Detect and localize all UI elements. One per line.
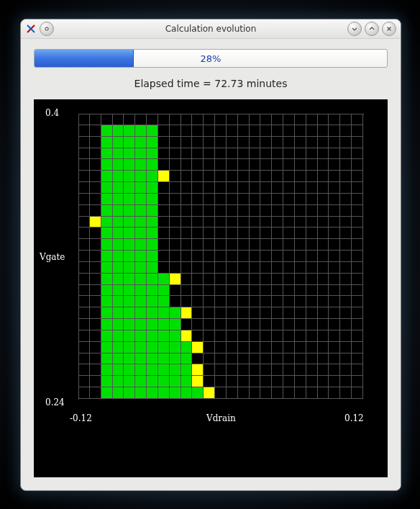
heatmap-cell	[135, 296, 147, 307]
heatmap-cell	[101, 251, 113, 262]
heatmap-cell	[113, 217, 124, 228]
heatmap-cell	[113, 251, 124, 262]
heatmap-cell	[238, 114, 250, 125]
heatmap-cell	[101, 274, 113, 285]
maximize-button[interactable]	[365, 22, 379, 36]
heatmap-cell	[124, 182, 135, 194]
menu-button[interactable]	[40, 22, 54, 36]
heatmap-cell	[192, 159, 204, 171]
heatmap-cell	[227, 262, 238, 274]
heatmap-cell	[340, 148, 352, 160]
heatmap-cell	[227, 285, 238, 297]
x-axis-label: Vdrain	[206, 413, 236, 423]
heatmap-cell	[215, 319, 227, 330]
x-tick-left: -0.12	[70, 413, 92, 423]
heatmap-cell	[170, 205, 181, 217]
heatmap-cell	[158, 159, 170, 171]
heatmap-cell	[329, 274, 340, 285]
heatmap-cell	[135, 262, 147, 274]
heatmap-cell	[227, 217, 238, 228]
heatmap-cell	[272, 296, 283, 307]
heatmap-cell	[192, 262, 204, 274]
heatmap-cell	[192, 376, 204, 387]
client-area: 28% Elapsed time = 72.73 minutes 0.4 0.2…	[21, 39, 401, 490]
heatmap-cell	[238, 171, 250, 182]
heatmap-cell	[181, 194, 193, 205]
heatmap-cell	[283, 159, 295, 171]
heatmap-cell	[135, 137, 147, 148]
heatmap-cell	[340, 171, 352, 182]
heatmap-cell	[147, 262, 158, 274]
heatmap-cell	[306, 217, 318, 228]
heatmap-cell	[238, 285, 250, 297]
heatmap-cell	[329, 387, 340, 399]
heatmap-cell	[283, 217, 295, 228]
heatmap-cell	[260, 307, 272, 319]
heatmap-cell	[250, 353, 261, 365]
heatmap-cell	[181, 114, 193, 125]
heatmap-cell	[78, 342, 90, 353]
heatmap-cell	[318, 148, 329, 160]
heatmap-cell	[124, 319, 135, 330]
heatmap-cell	[147, 159, 158, 171]
heatmap-cell	[135, 364, 147, 376]
heatmap-cell	[329, 148, 340, 160]
heatmap-cell	[329, 307, 340, 319]
heatmap-cell	[295, 387, 306, 399]
heatmap-cell	[170, 319, 181, 330]
heatmap-cell	[329, 159, 340, 171]
heatmap-cell	[101, 319, 113, 330]
heatmap-cell	[90, 330, 101, 342]
heatmap-cell	[158, 148, 170, 160]
heatmap-cell	[329, 319, 340, 330]
heatmap-cell	[215, 159, 227, 171]
heatmap-cell	[318, 296, 329, 307]
heatmap-cell	[260, 217, 272, 228]
heatmap-cell	[204, 171, 215, 182]
heatmap-cell	[283, 262, 295, 274]
heatmap-cell	[272, 353, 283, 365]
heatmap-cell	[340, 296, 352, 307]
heatmap-cell	[340, 387, 352, 399]
heatmap-cell	[101, 228, 113, 239]
heatmap-cell	[181, 251, 193, 262]
heatmap-cell	[158, 330, 170, 342]
minimize-button[interactable]	[347, 22, 362, 36]
close-button[interactable]	[382, 22, 396, 36]
heatmap-cell	[318, 125, 329, 137]
heatmap-cell	[101, 114, 113, 125]
heatmap-cell	[318, 319, 329, 330]
heatmap-cell	[340, 217, 352, 228]
heatmap-cell	[250, 239, 261, 251]
heatmap-cell	[204, 239, 215, 251]
heatmap-cell	[78, 307, 90, 319]
heatmap-cell	[215, 376, 227, 387]
heatmap-cell	[227, 148, 238, 160]
heatmap-cell	[170, 364, 181, 376]
heatmap-cell	[181, 239, 193, 251]
heatmap-cell	[192, 307, 204, 319]
heatmap-cell	[352, 205, 363, 217]
heatmap-cell	[215, 285, 227, 297]
heatmap-cell	[90, 319, 101, 330]
heatmap-cell	[295, 182, 306, 194]
heatmap-cell	[170, 307, 181, 319]
heatmap-cell	[124, 330, 135, 342]
heatmap-cell	[204, 125, 215, 137]
heatmap-cell	[181, 217, 193, 228]
heatmap-cell	[215, 114, 227, 125]
heatmap-cell	[113, 148, 124, 160]
heatmap-cell	[283, 387, 295, 399]
heatmap-cell	[238, 262, 250, 274]
heatmap-cell	[90, 228, 101, 239]
heatmap-cell	[250, 217, 261, 228]
heatmap-cell	[147, 274, 158, 285]
heatmap-cell	[295, 296, 306, 307]
heatmap-cell	[250, 159, 261, 171]
progress-label: 28%	[35, 50, 387, 67]
heatmap-cell	[306, 148, 318, 160]
heatmap-cell	[101, 353, 113, 365]
heatmap-cell	[238, 148, 250, 160]
heatmap-cell	[318, 205, 329, 217]
heatmap-cell	[135, 353, 147, 365]
